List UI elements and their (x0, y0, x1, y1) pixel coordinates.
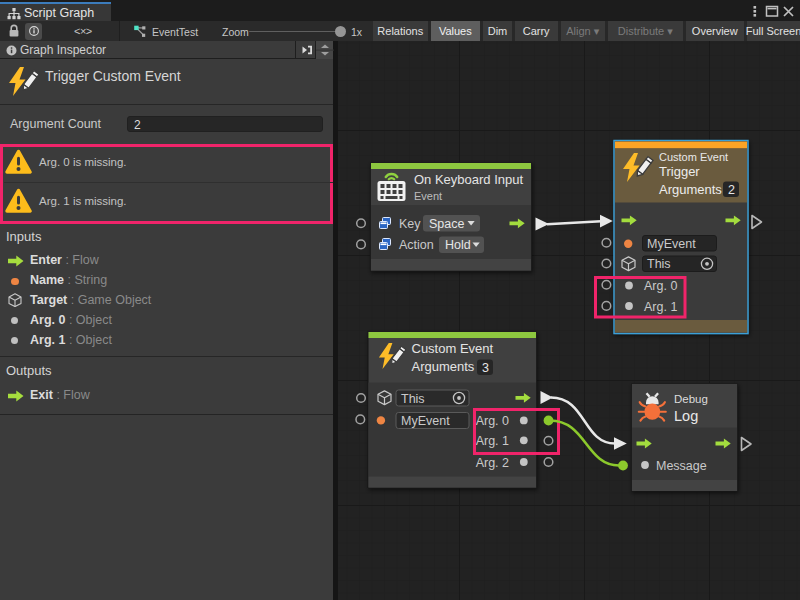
svg-text:Arg. 2: Arg. 2 (476, 456, 509, 470)
svg-text:Action: Action (399, 238, 434, 252)
svg-text:Event: Event (414, 190, 442, 202)
svg-text:Arg. 0: Arg. 0 (476, 414, 509, 428)
svg-text:This: This (647, 257, 671, 271)
svg-text:3: 3 (482, 361, 489, 375)
svg-text:2: 2 (728, 183, 735, 197)
svg-text:Arg. 1: Arg. 1 (476, 434, 509, 448)
svg-text:Key: Key (399, 217, 421, 231)
svg-text:Hold: Hold (445, 238, 471, 252)
svg-text:Custom Event: Custom Event (659, 151, 728, 163)
svg-text:MyEvent: MyEvent (647, 237, 696, 251)
svg-text:Message: Message (656, 459, 707, 473)
svg-text:Arguments: Arguments (412, 359, 475, 374)
svg-text:Arg. 0: Arg. 0 (644, 279, 677, 293)
svg-text:MyEvent: MyEvent (401, 414, 450, 428)
svg-text:Debug: Debug (674, 393, 708, 405)
svg-text:Custom Event: Custom Event (412, 341, 494, 356)
svg-text:Arg. 1: Arg. 1 (644, 300, 677, 314)
svg-text:Space: Space (429, 217, 464, 231)
svg-text:On Keyboard Input: On Keyboard Input (414, 172, 524, 187)
svg-text:Arguments: Arguments (659, 182, 722, 197)
svg-text:Log: Log (674, 408, 698, 424)
svg-text:This: This (401, 392, 425, 406)
svg-text:Trigger: Trigger (659, 164, 700, 179)
